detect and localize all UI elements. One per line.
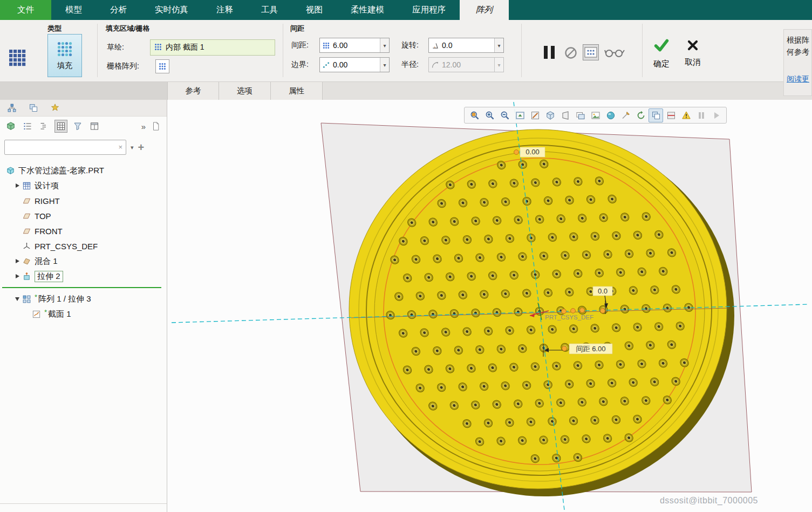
model-icon[interactable] [4, 120, 17, 133]
rotation-label: 旋转: [401, 38, 419, 53]
drag-handle[interactable] [601, 309, 605, 313]
view-manager-icon[interactable] [649, 108, 663, 122]
drag-handle[interactable] [562, 309, 567, 314]
dim-spacing-value[interactable]: 间距 6.00 [576, 345, 606, 353]
tree-item-PRT_CSYS_DEF[interactable]: PRT_CSYS_DEF [0, 238, 167, 254]
verify-glasses-button[interactable] [603, 46, 626, 60]
drag-handle[interactable] [580, 308, 585, 313]
filter-dropdown-icon[interactable]: ▾ [131, 144, 134, 151]
refit-icon[interactable] [513, 108, 527, 122]
menu-tab-文件[interactable]: 文件 [0, 0, 51, 20]
document-icon[interactable] [149, 120, 162, 133]
rotation-combo[interactable]: 0.0 ▾ [428, 38, 504, 53]
pattern-ribbon: 类型 填充 填充区域/栅格 草绘: 内部 截面 1 栅格阵列: 间距 间距: 6… [0, 20, 812, 82]
pause-icon[interactable] [694, 108, 708, 122]
read-more-link[interactable]: 阅读更 [787, 73, 809, 85]
tree-item-截面 1[interactable]: *截面 1 [0, 306, 167, 322]
grid-pattern-button[interactable] [155, 59, 169, 73]
filter-icon[interactable] [71, 120, 84, 133]
dropdown-arrow-icon[interactable]: ▾ [494, 38, 503, 52]
expand-arrow-icon[interactable] [16, 259, 19, 263]
section-icon[interactable] [664, 108, 678, 122]
fill-type-button[interactable]: 填充 [47, 34, 82, 77]
boundary-label: 边界: [291, 57, 309, 72]
tree-item-TOP[interactable]: TOP [0, 208, 167, 223]
pause-feature-button[interactable] [540, 43, 559, 62]
repaint-icon[interactable] [528, 108, 542, 122]
zoom-out-icon[interactable] [497, 108, 512, 122]
perspective-icon[interactable] [558, 108, 572, 122]
tree-item-拉伸 2[interactable]: 拉伸 2 [0, 269, 167, 284]
menu-tab-实时仿真[interactable]: 实时仿真 [141, 0, 202, 20]
extrude-icon [22, 271, 31, 281]
model-tree: 下水管过滤盖-老家.PRT设计项RIGHTTOPFRONTPRT_CSYS_DE… [0, 159, 167, 503]
model-tree-panel: » × ▾ + 下水管过滤盖-老家.PRT设计项RIGHTTOPFRONTPRT… [0, 100, 167, 512]
drag-handle[interactable] [571, 309, 576, 313]
settings-icon[interactable] [49, 101, 62, 114]
annotations-icon[interactable] [618, 108, 633, 122]
tree-item-设计项[interactable]: 设计项 [0, 178, 167, 193]
tree-item-FRONT[interactable]: FRONT [0, 223, 167, 238]
menu-tab-柔性建模[interactable]: 柔性建模 [337, 0, 398, 20]
model-tree-icon[interactable] [5, 101, 18, 114]
tree-item-RIGHT[interactable]: RIGHT [0, 193, 167, 208]
menu-tab-阵列[interactable]: 阵列 [460, 0, 509, 20]
menu-tab-工具[interactable]: 工具 [247, 0, 292, 20]
tree-filter-input[interactable] [4, 140, 126, 155]
spacing-combo[interactable]: 6.00 ▾ [319, 38, 390, 53]
zoom-region-icon[interactable] [467, 108, 482, 122]
spin-center-icon[interactable] [633, 108, 648, 122]
3d-scene[interactable]: PRT_CSYS_DEF0.000.0间距 6.00 [167, 100, 812, 512]
tree-item-混合 1[interactable]: 混合 1 [0, 254, 167, 269]
collapse-arrow-icon[interactable] [15, 297, 19, 301]
geometry-preview-toggle[interactable] [583, 44, 599, 60]
cancel-button[interactable]: 取消 [679, 29, 707, 77]
repaint-icon [530, 111, 540, 120]
drag-handle[interactable] [562, 346, 567, 351]
insert-indicator-line[interactable] [0, 284, 167, 291]
tree-item-下水管过滤盖-老家.PRT[interactable]: 下水管过滤盖-老家.PRT [0, 163, 167, 178]
tab-选项[interactable]: 选项 [219, 82, 271, 100]
columns-icon[interactable] [88, 120, 101, 133]
render-icon[interactable] [603, 108, 618, 122]
sketch-collector-field[interactable]: 内部 截面 1 [150, 39, 275, 56]
alert-icon[interactable] [679, 108, 693, 122]
dropdown-arrow-icon: ▾ [494, 58, 503, 72]
tree-item-阵列 1 / 拉伸 3[interactable]: *阵列 1 / 拉伸 3 [0, 291, 167, 306]
tab-参考[interactable]: 参考 [167, 82, 219, 100]
graphics-viewport[interactable]: PRT_CSYS_DEF0.000.0间距 6.00 dssosit@itbbi… [167, 100, 812, 512]
menu-tab-视图[interactable]: 视图 [292, 0, 337, 20]
tab-属性[interactable]: 属性 [271, 82, 323, 100]
indent-list-icon[interactable] [38, 120, 51, 133]
forward-icon[interactable] [709, 108, 724, 122]
image-icon[interactable] [588, 108, 603, 122]
add-filter-icon[interactable]: + [138, 142, 145, 153]
ok-button[interactable]: 确定 [646, 29, 677, 77]
menu-tab-应用程序[interactable]: 应用程序 [398, 0, 460, 20]
saved-views-icon[interactable] [573, 108, 588, 122]
display-style-icon[interactable] [543, 108, 557, 122]
list-view-icon[interactable] [21, 120, 34, 133]
menu-tab-注释[interactable]: 注释 [202, 0, 247, 20]
dim-offset-value[interactable]: 0.0 [598, 287, 608, 295]
grid-toggle-icon[interactable] [54, 120, 67, 133]
drag-handle[interactable] [514, 150, 519, 155]
indent-list-icon [39, 121, 49, 131]
part-icon [5, 166, 15, 175]
clear-filter-icon[interactable]: × [118, 143, 122, 151]
expand-arrow-icon[interactable] [16, 183, 19, 188]
zoom-in-icon[interactable] [482, 108, 497, 122]
dim-top-value[interactable]: 0.00 [526, 148, 539, 156]
menu-tab-分析[interactable]: 分析 [96, 0, 141, 20]
fill-grid-icon [57, 41, 73, 57]
menu-tab-模型[interactable]: 模型 [51, 0, 96, 20]
dropdown-arrow-icon[interactable]: ▾ [380, 58, 389, 72]
toolbar-overflow-icon[interactable]: » [141, 122, 146, 131]
expand-arrow-icon[interactable] [16, 274, 19, 278]
plane-icon [22, 211, 31, 221]
dropdown-arrow-icon[interactable]: ▾ [380, 38, 389, 52]
render-icon [606, 111, 616, 120]
no-preview-button[interactable] [563, 45, 578, 60]
boundary-combo[interactable]: 0.00 ▾ [319, 57, 390, 72]
layer-tree-icon[interactable] [27, 101, 40, 114]
